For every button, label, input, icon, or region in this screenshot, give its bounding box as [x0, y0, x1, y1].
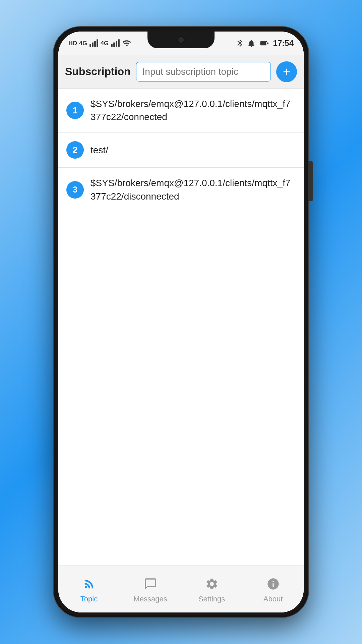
- list-item[interactable]: 1 $SYS/brokers/emqx@127.0.0.1/clients/mq…: [58, 89, 304, 132]
- about-nav-label: About: [263, 595, 283, 603]
- rss-icon: [82, 577, 96, 591]
- subscription-list: 1 $SYS/brokers/emqx@127.0.0.1/clients/mq…: [58, 89, 304, 566]
- nav-item-topic[interactable]: Topic: [58, 575, 120, 603]
- toolbar-title: Subscription: [65, 65, 131, 78]
- svg-rect-1: [92, 43, 94, 47]
- svg-rect-7: [118, 39, 120, 47]
- item-badge-3: 3: [66, 181, 84, 199]
- status-4g-2: 4G: [101, 40, 109, 47]
- bluetooth-icon: [236, 39, 244, 48]
- phone-screen: HD 4G 4G 17:54 Subscription: [58, 32, 304, 612]
- svg-rect-10: [267, 43, 268, 44]
- settings-nav-icon: [203, 575, 221, 593]
- messages-nav-icon: [142, 575, 159, 593]
- toolbar: Subscription: [58, 55, 304, 89]
- item-badge-1: 1: [66, 102, 84, 119]
- status-right: 17:54: [236, 39, 294, 48]
- settings-nav-label: Settings: [198, 595, 225, 603]
- wifi-icon: [122, 39, 131, 48]
- list-item[interactable]: 2 test/: [58, 132, 304, 168]
- nav-item-settings[interactable]: Settings: [181, 575, 242, 603]
- topic-nav-label: Topic: [80, 595, 98, 603]
- chat-icon: [144, 577, 157, 591]
- status-4g-1: 4G: [79, 40, 87, 47]
- list-item[interactable]: 3 $SYS/brokers/emqx@127.0.0.1/clients/mq…: [58, 168, 304, 212]
- bell-icon: [247, 39, 256, 48]
- signal-bars-icon: [89, 39, 99, 48]
- info-icon: [266, 577, 280, 591]
- nav-item-messages[interactable]: Messages: [120, 575, 181, 603]
- status-left: HD 4G 4G: [68, 39, 131, 48]
- svg-rect-4: [111, 44, 113, 47]
- item-topic-2: test/: [90, 144, 108, 157]
- plus-icon: [281, 66, 292, 77]
- battery-icon: [258, 39, 270, 48]
- svg-rect-3: [97, 39, 98, 47]
- bottom-navigation: Topic Messages Settings: [58, 566, 304, 612]
- notch: [147, 32, 215, 48]
- item-topic-1: $SYS/brokers/emqx@127.0.0.1/clients/mqtt…: [90, 97, 296, 123]
- svg-rect-0: [89, 44, 91, 47]
- svg-rect-6: [116, 41, 117, 47]
- messages-nav-label: Messages: [133, 595, 167, 603]
- topic-nav-icon: [80, 575, 98, 593]
- status-network-hd: HD: [68, 40, 77, 47]
- svg-rect-2: [94, 41, 96, 47]
- about-nav-icon: [264, 575, 282, 593]
- add-subscription-button[interactable]: [276, 61, 297, 82]
- svg-rect-5: [113, 43, 115, 47]
- camera-dot: [177, 36, 185, 44]
- nav-item-about[interactable]: About: [242, 575, 304, 603]
- item-badge-2: 2: [66, 141, 84, 159]
- gear-icon: [205, 577, 219, 591]
- phone-frame: HD 4G 4G 17:54 Subscription: [54, 27, 308, 617]
- svg-rect-9: [261, 42, 266, 45]
- item-topic-3: $SYS/brokers/emqx@127.0.0.1/clients/mqtt…: [90, 176, 296, 203]
- status-time: 17:54: [273, 39, 294, 48]
- subscription-topic-input[interactable]: [136, 62, 271, 82]
- signal-bars-2-icon: [111, 39, 120, 48]
